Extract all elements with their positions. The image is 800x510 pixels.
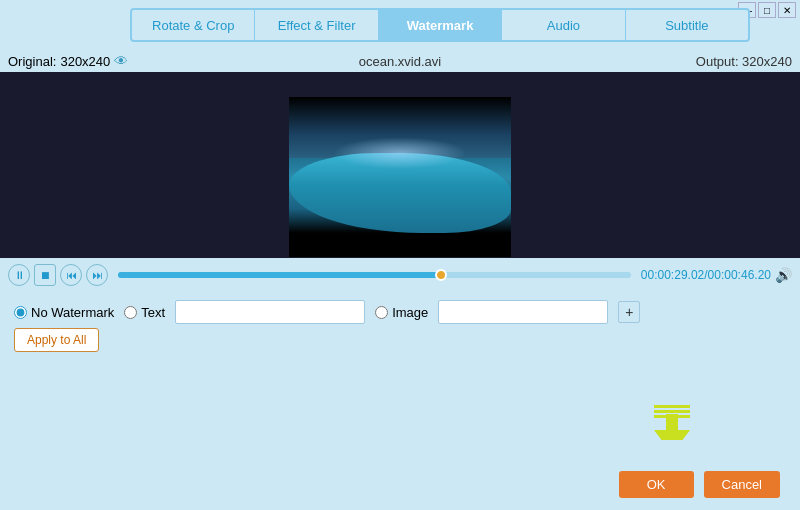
- original-size: 320x240: [60, 54, 110, 69]
- original-label: Original:: [8, 54, 56, 69]
- image-watermark-input[interactable]: [438, 300, 608, 324]
- cancel-button[interactable]: Cancel: [704, 471, 780, 498]
- preview-area: [0, 72, 800, 282]
- next-button[interactable]: ⏭: [86, 264, 108, 286]
- video-frame: [289, 97, 511, 257]
- eye-icon[interactable]: 👁: [114, 53, 128, 69]
- tab-effect[interactable]: Effect & Filter: [255, 10, 378, 40]
- tab-audio[interactable]: Audio: [502, 10, 625, 40]
- arrow-body: [666, 414, 678, 430]
- watermark-controls: No Watermark Text Image +: [0, 292, 800, 332]
- maximize-button[interactable]: □: [758, 2, 776, 18]
- text-watermark-input[interactable]: [175, 300, 365, 324]
- image-watermark-option[interactable]: Image: [375, 305, 428, 320]
- tab-watermark[interactable]: Watermark: [379, 10, 502, 40]
- progress-fill: [118, 272, 441, 278]
- add-image-button[interactable]: +: [618, 301, 640, 323]
- no-watermark-option[interactable]: No Watermark: [14, 305, 114, 320]
- image-radio[interactable]: [375, 306, 388, 319]
- close-button[interactable]: ✕: [778, 2, 796, 18]
- volume-icon[interactable]: 🔊: [775, 267, 792, 283]
- progress-thumb[interactable]: [435, 269, 447, 281]
- bottom-area: OK Cancel: [0, 440, 800, 510]
- tab-subtitle[interactable]: Subtitle: [626, 10, 748, 40]
- total-time: 00:00:46.20: [708, 268, 771, 282]
- progress-bar[interactable]: [118, 272, 631, 278]
- text-watermark-option[interactable]: Text: [124, 305, 165, 320]
- image-label: Image: [392, 305, 428, 320]
- prev-button[interactable]: ⏮: [60, 264, 82, 286]
- current-time: 00:00:29.02: [641, 268, 704, 282]
- text-label: Text: [141, 305, 165, 320]
- line-1: [654, 405, 690, 408]
- apply-to-all-button[interactable]: Apply to All: [14, 328, 99, 352]
- stop-button[interactable]: ⏹: [34, 264, 56, 286]
- info-bar: Original: 320x240 👁 ocean.xvid.avi Outpu…: [0, 50, 800, 72]
- no-watermark-radio[interactable]: [14, 306, 27, 319]
- pause-button[interactable]: ⏸: [8, 264, 30, 286]
- original-info: Original: 320x240 👁: [8, 53, 128, 69]
- text-radio[interactable]: [124, 306, 137, 319]
- time-display: 00:00:29.02/00:00:46.20: [641, 268, 771, 282]
- video-preview: [289, 97, 511, 257]
- tabs-container: Rotate & Crop Effect & Filter Watermark …: [130, 8, 750, 42]
- tab-rotate[interactable]: Rotate & Crop: [132, 10, 255, 40]
- line-2: [654, 410, 690, 413]
- ok-button[interactable]: OK: [619, 471, 694, 498]
- filename-label: ocean.xvid.avi: [359, 54, 441, 69]
- output-label: Output: 320x240: [696, 54, 792, 69]
- no-watermark-label: No Watermark: [31, 305, 114, 320]
- controls-bar: ⏸ ⏹ ⏮ ⏭ 00:00:29.02/00:00:46.20 🔊: [0, 258, 800, 292]
- spray-element: [333, 137, 466, 169]
